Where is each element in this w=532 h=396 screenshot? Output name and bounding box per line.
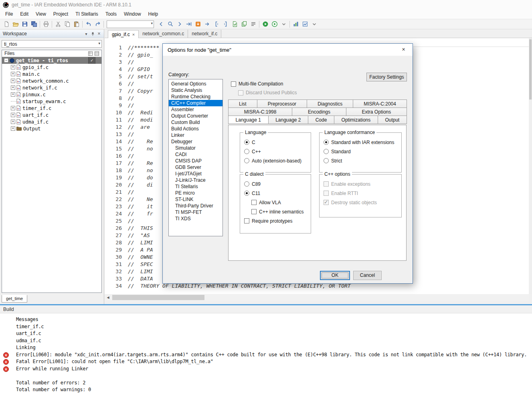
download-and-debug-button[interactable]	[261, 20, 270, 28]
download-flash-button[interactable]	[193, 20, 202, 28]
editor-tab-gpio-if-c[interactable]: gpio_if.c×	[108, 30, 139, 38]
configuration-dropdown[interactable]: ti_rtos ▾	[2, 40, 102, 48]
tree-item-startup-ewarm-c[interactable]: startup_ewarm.c	[2, 98, 101, 105]
category-general-options[interactable]: General Options	[169, 81, 223, 87]
category-build-actions[interactable]: Build Actions	[169, 126, 223, 132]
tree-item-timer-if-c[interactable]: +timer_if.c	[2, 105, 101, 112]
expand-icon[interactable]: +	[11, 65, 15, 69]
category-i-jet-jtagjet[interactable]: I-jet/JTAGjet	[169, 171, 223, 177]
dialog-tab-diagnostics[interactable]: Diagnostics	[307, 100, 353, 108]
next-statement-button[interactable]	[202, 20, 212, 28]
factory-settings-button[interactable]: Factory Settings	[366, 73, 407, 81]
collapse-icon[interactable]: −	[4, 58, 8, 63]
editor-tab-network-if-c[interactable]: network_if.c	[188, 30, 221, 38]
build-message-row[interactable]: Total number of errors: 2	[0, 380, 532, 387]
radio-selected-icon[interactable]	[324, 140, 329, 145]
debug-overflow-button[interactable]	[279, 20, 288, 28]
category-output-converter[interactable]: Output Converter	[169, 113, 223, 119]
category-listbox[interactable]: General OptionsStatic AnalysisRuntime Ch…	[168, 79, 223, 236]
build-message-row[interactable]: Total number of warnings: 0	[0, 386, 532, 394]
dialog-tab-code[interactable]: Code	[308, 116, 334, 124]
dialog-tab-list[interactable]: List	[228, 100, 257, 108]
print-button[interactable]	[41, 20, 51, 28]
toolbar-overflow-button[interactable]	[309, 20, 319, 28]
tree-item-network-common-c[interactable]: +network_common.c	[2, 77, 101, 84]
tree-item-main-c[interactable]: +main.c	[2, 71, 101, 77]
dialog-tab-encodings[interactable]: Encodings	[292, 108, 346, 116]
category-j-link-j-trace[interactable]: J-Link/J-Trace	[169, 177, 223, 183]
expand-icon[interactable]: +	[11, 79, 15, 83]
menu-item-help[interactable]: Help	[145, 10, 162, 19]
category-linker[interactable]: Linker	[169, 132, 223, 138]
expand-icon[interactable]: +	[11, 106, 15, 110]
cut-button[interactable]	[53, 20, 63, 28]
scroll-left-icon[interactable]: ◀	[105, 294, 111, 301]
build-message-row[interactable]: Linking	[0, 344, 532, 351]
category-static-analysis[interactable]: Static Analysis	[169, 87, 223, 93]
dialog-title-bar[interactable]: Options for node "get_time"	[163, 44, 413, 56]
c-dialect-check-allow-vla[interactable]: Allow VLA	[251, 199, 311, 205]
dialog-tab-language-1[interactable]: Language 1	[228, 116, 269, 124]
menu-item-tools[interactable]: Tools	[102, 10, 120, 19]
vertical-scroll-thumb[interactable]	[529, 39, 532, 100]
previous-bookmark-button[interactable]	[212, 20, 221, 28]
radio-unselected-icon[interactable]	[244, 149, 249, 154]
dialog-tab-output[interactable]: Output	[378, 116, 407, 124]
category-pe-micro[interactable]: PE micro	[169, 190, 223, 196]
build-message-row[interactable]: ×Fatal Error[Li001]: could not open file…	[0, 358, 532, 366]
ok-button[interactable]: OK	[320, 271, 350, 280]
radio-selected-icon[interactable]	[244, 140, 249, 145]
c-dialect-option-c11[interactable]: C11	[244, 190, 311, 196]
language-option-c[interactable]: C	[244, 139, 311, 145]
cancel-button[interactable]: Cancel	[353, 271, 382, 280]
go-to-definition-button[interactable]	[184, 20, 193, 28]
category-gdb-server[interactable]: GDB Server	[169, 164, 223, 171]
category-ti-msp-fet[interactable]: TI MSP-FET	[169, 209, 223, 215]
category-st-link[interactable]: ST-LINK	[169, 196, 223, 203]
category-debugger[interactable]: Debugger	[169, 138, 223, 145]
statistics-button[interactable]	[300, 20, 309, 28]
radio-selected-icon[interactable]	[244, 191, 249, 196]
checkbox-unchecked-icon[interactable]	[244, 218, 249, 223]
dialog-tab-preprocessor[interactable]: Preprocessor	[257, 100, 307, 108]
category-third-party-driver[interactable]: Third-Party Driver	[169, 203, 223, 209]
close-icon[interactable]: ×	[132, 32, 135, 37]
expand-icon[interactable]: +	[11, 72, 15, 76]
checkbox-unchecked-icon[interactable]	[251, 200, 257, 205]
category-c-c-compiler[interactable]: C/C++ Compiler	[169, 100, 223, 106]
radio-unselected-icon[interactable]	[244, 158, 249, 163]
conformance-option-standard[interactable]: Standard	[324, 148, 401, 154]
dialog-tab-misra-c-1998[interactable]: MISRA-C:1998	[228, 108, 292, 116]
make-button[interactable]	[239, 20, 249, 28]
horizontal-scroll-thumb[interactable]	[112, 295, 204, 300]
expand-icon[interactable]: +	[11, 120, 15, 124]
stop-build-button[interactable]	[249, 20, 258, 28]
expand-icon[interactable]: +	[11, 92, 15, 97]
dialog-tab-optimizations[interactable]: Optimizations	[334, 116, 378, 124]
nav-forward-button[interactable]	[175, 20, 184, 28]
conformance-option-standard-with-iar-extensions[interactable]: Standard with IAR extensions	[324, 139, 401, 145]
menu-item-edit[interactable]: Edit	[16, 10, 32, 19]
tree-item-output[interactable]: +Output	[2, 125, 101, 132]
build-message-row[interactable]: udma_if.c	[0, 337, 532, 345]
category-simulator[interactable]: Simulator	[169, 145, 223, 151]
expand-icon[interactable]: +	[11, 113, 15, 117]
c-dialect-check-c-inline-semantics[interactable]: C++ inline semantics	[251, 209, 311, 215]
quick-search-combobox[interactable]: ▾	[107, 20, 154, 28]
tree-item-network-if-c[interactable]: +network_if.c	[2, 84, 101, 91]
search-button[interactable]	[166, 20, 175, 28]
build-message-row[interactable]: ×Error[Li060]: module "xdc_init.orm4(iar…	[0, 351, 532, 359]
debug-without-downloading-button[interactable]	[270, 20, 279, 28]
copy-button[interactable]	[63, 20, 72, 28]
c-dialect-option-c89[interactable]: C89	[244, 181, 311, 187]
category-cadi[interactable]: CADI	[169, 151, 223, 158]
open-file-button[interactable]	[11, 20, 20, 28]
checkbox-unchecked-icon[interactable]	[231, 81, 236, 87]
language-option-c[interactable]: C++	[244, 148, 311, 154]
category-ti-stellaris[interactable]: TI Stellaris	[169, 183, 223, 190]
expand-icon[interactable]: +	[11, 85, 15, 90]
multi-file-compilation-option[interactable]: Multi-file Compilation	[231, 81, 283, 87]
new-document-button[interactable]	[2, 20, 11, 28]
build-message-row[interactable]: ×Error while running Linker	[0, 366, 532, 373]
tree-item-pinmux-c[interactable]: +pinmux.c	[2, 91, 101, 98]
